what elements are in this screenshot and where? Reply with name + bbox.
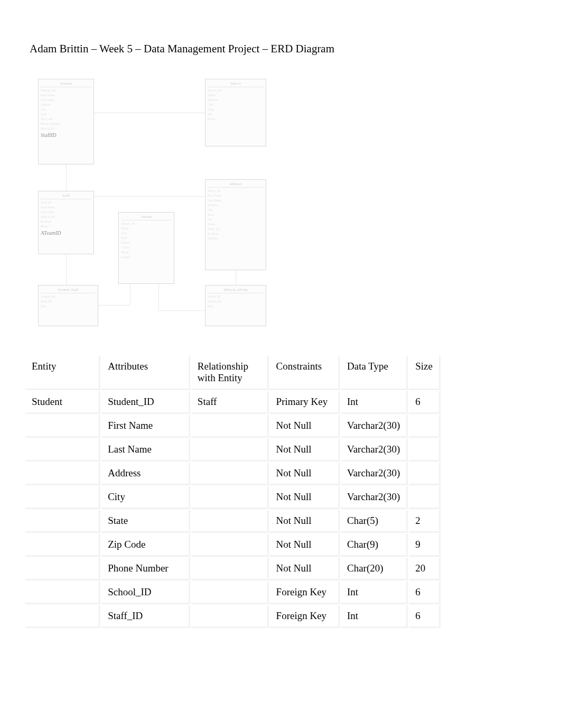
cell-constraint: Not Null bbox=[270, 439, 340, 462]
col-header-attributes: Attributes bbox=[101, 356, 190, 390]
cell-relationship bbox=[191, 439, 269, 462]
erd-attr: State bbox=[208, 107, 264, 112]
cell-datatype: Int bbox=[341, 391, 408, 414]
erd-connector bbox=[158, 310, 205, 311]
erd-attr: State bbox=[41, 112, 91, 117]
erd-diagram: Student Student_ID First Name Last Name … bbox=[37, 75, 301, 339]
cell-entity bbox=[25, 415, 100, 438]
erd-attr: Student_ID bbox=[41, 88, 91, 93]
cell-datatype: Char(5) bbox=[341, 510, 408, 533]
erd-attr: Phone bbox=[208, 222, 264, 227]
erd-attr: Position bbox=[41, 219, 91, 224]
erd-attr: Mascot bbox=[121, 241, 172, 245]
erd-entity-header: Student bbox=[41, 81, 91, 87]
erd-attr: Name bbox=[208, 93, 264, 98]
table-row: StateNot NullChar(5)2 bbox=[25, 510, 441, 533]
erd-attr: ATeam_ID bbox=[208, 299, 264, 304]
erd-attr: Address bbox=[41, 103, 91, 107]
erd-attr: Zip Code bbox=[41, 117, 91, 122]
erd-connector bbox=[66, 254, 67, 285]
erd-connector bbox=[66, 164, 67, 191]
cell-entity bbox=[25, 463, 100, 485]
erd-entity-header: Student_Staff bbox=[41, 287, 96, 293]
data-dictionary-table: Entity Attributes Relationship with Enti… bbox=[24, 355, 442, 629]
erd-connector bbox=[94, 113, 205, 113]
erd-entity-header: Staff bbox=[41, 193, 91, 199]
cell-attribute: Zip Code bbox=[101, 534, 190, 557]
erd-entity-ateam: ATeam ATeam_ID Name City State Mascot Co… bbox=[118, 212, 174, 284]
cell-size bbox=[409, 463, 441, 485]
erd-connector bbox=[94, 196, 205, 197]
erd-attr: ATeam_ID bbox=[121, 222, 172, 226]
col-header-datatype: Data Type bbox=[341, 356, 408, 390]
table-row: Staff_IDForeign KeyInt6 bbox=[25, 605, 441, 628]
cell-relationship bbox=[191, 558, 269, 580]
cell-attribute: School_ID bbox=[101, 582, 190, 604]
cell-constraint: Primary Key bbox=[270, 391, 340, 414]
cell-datatype: Varchar2(30) bbox=[341, 439, 408, 462]
erd-attr: Address bbox=[208, 98, 264, 103]
cell-entity bbox=[25, 534, 100, 557]
cell-relationship bbox=[191, 486, 269, 509]
erd-attr: Number bbox=[208, 236, 264, 241]
erd-attr: Coach bbox=[121, 245, 172, 250]
col-header-constraints: Constraints bbox=[270, 356, 340, 390]
cell-relationship bbox=[191, 415, 269, 438]
erd-attr: Address bbox=[208, 203, 264, 208]
erd-attr: Player_ID bbox=[208, 189, 264, 193]
cell-datatype: Varchar2(30) bbox=[341, 415, 408, 438]
cell-attribute: Phone Number bbox=[101, 558, 190, 580]
cell-relationship bbox=[191, 510, 269, 533]
erd-entity-assoc-left: Student_Staff Student_ID Staff_ID Date bbox=[38, 285, 98, 326]
erd-attr: First Name bbox=[41, 93, 91, 98]
cell-constraint: Foreign Key bbox=[270, 605, 340, 628]
erd-attr: City bbox=[208, 103, 264, 107]
cell-datatype: Varchar2(30) bbox=[341, 486, 408, 509]
cell-relationship bbox=[191, 605, 269, 628]
erd-attr: Last Name bbox=[41, 98, 91, 103]
cell-entity: Student bbox=[25, 391, 100, 414]
table-row: AddressNot NullVarchar2(30) bbox=[25, 463, 441, 485]
erd-attr: Staff_ID bbox=[41, 299, 96, 304]
cell-size: 2 bbox=[409, 510, 441, 533]
cell-entity bbox=[25, 510, 100, 533]
table-row: School_IDForeign KeyInt6 bbox=[25, 582, 441, 604]
cell-size: 9 bbox=[409, 534, 441, 557]
erd-attr: Phone Number bbox=[41, 122, 91, 126]
cell-entity bbox=[25, 558, 100, 580]
erd-entity-school: School School_ID Name Address City State… bbox=[205, 79, 266, 146]
erd-attr: School_ID bbox=[41, 126, 91, 131]
erd-attr-bold: StaffID bbox=[41, 131, 91, 139]
erd-attr: Date bbox=[41, 304, 96, 309]
erd-entity-staff: Staff Staff_ID First Name Last Name Scho… bbox=[38, 191, 94, 254]
cell-size: 6 bbox=[409, 605, 441, 628]
erd-connector bbox=[236, 270, 236, 285]
cell-attribute: State bbox=[101, 510, 190, 533]
erd-connector bbox=[130, 284, 130, 305]
erd-attr: Phone bbox=[41, 224, 91, 229]
erd-attr: League bbox=[121, 255, 172, 260]
cell-attribute: Staff_ID bbox=[101, 605, 190, 628]
erd-connector bbox=[98, 305, 130, 306]
page-title: Adam Brittin – Week 5 – Data Management … bbox=[30, 42, 531, 56]
cell-constraint: Not Null bbox=[270, 486, 340, 509]
cell-size bbox=[409, 486, 441, 509]
table-header-row: Entity Attributes Relationship with Enti… bbox=[25, 356, 441, 390]
cell-constraint: Not Null bbox=[270, 463, 340, 485]
cell-attribute: Last Name bbox=[101, 439, 190, 462]
erd-attr: Date bbox=[208, 304, 264, 309]
cell-size bbox=[409, 415, 441, 438]
erd-entity-assoc-right: APlayer_ATeam Player_ID ATeam_ID Date bbox=[205, 285, 266, 326]
table-row: StudentStudent_IDStaffPrimary KeyInt6 bbox=[25, 391, 441, 414]
erd-attr: State bbox=[121, 236, 172, 241]
cell-datatype: Char(9) bbox=[341, 534, 408, 557]
cell-entity bbox=[25, 486, 100, 509]
erd-connector bbox=[158, 284, 159, 310]
erd-attr: Zip bbox=[208, 112, 264, 117]
cell-attribute: City bbox=[101, 486, 190, 509]
cell-constraint: Not Null bbox=[270, 510, 340, 533]
cell-size bbox=[409, 439, 441, 462]
table-row: Last NameNot NullVarchar2(30) bbox=[25, 439, 441, 462]
erd-attr: City bbox=[208, 208, 264, 213]
table-row: First NameNot NullVarchar2(30) bbox=[25, 415, 441, 438]
